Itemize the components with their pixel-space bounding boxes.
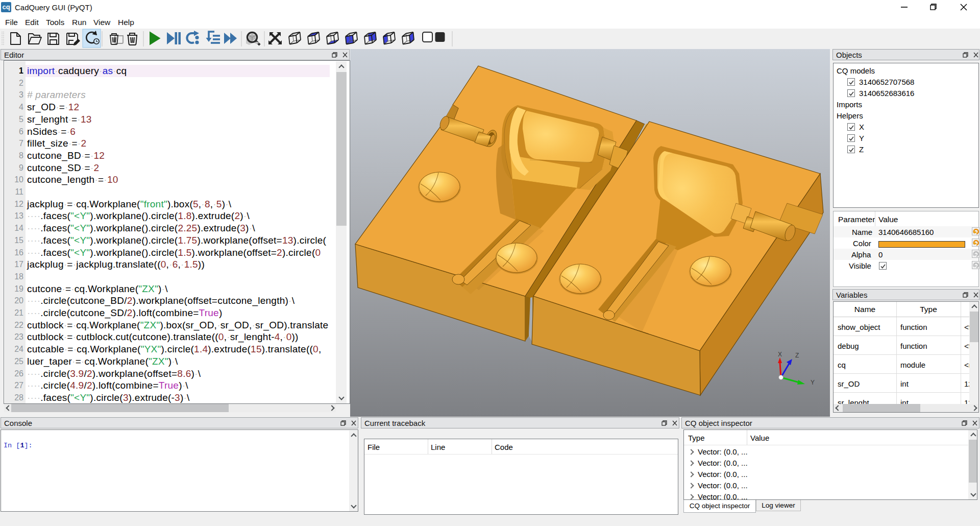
svg-text:Z: Z (795, 352, 799, 359)
svg-text:Y: Y (811, 379, 815, 386)
svg-text:X: X (778, 351, 782, 358)
